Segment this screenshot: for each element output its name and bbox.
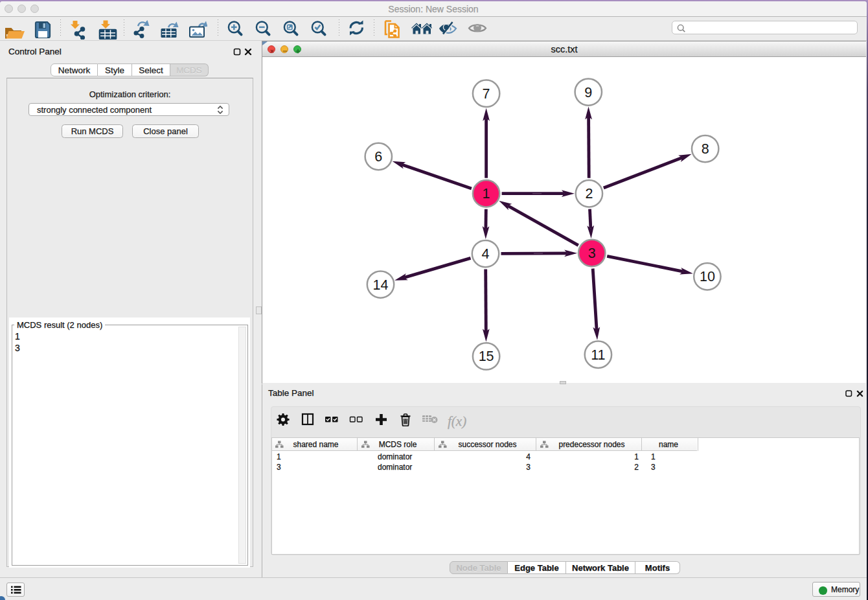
svg-text:8: 8: [702, 141, 709, 157]
svg-text:2: 2: [585, 186, 593, 202]
svg-text:3: 3: [588, 246, 596, 261]
svg-text:15: 15: [479, 349, 494, 364]
svg-text:4: 4: [482, 246, 490, 262]
svg-text:14: 14: [373, 277, 389, 293]
svg-text:1: 1: [483, 186, 490, 202]
svg-text:6: 6: [374, 149, 382, 165]
svg-text:7: 7: [483, 86, 490, 102]
svg-text:10: 10: [700, 269, 715, 284]
svg-text:9: 9: [584, 85, 592, 100]
svg-text:11: 11: [591, 347, 605, 363]
